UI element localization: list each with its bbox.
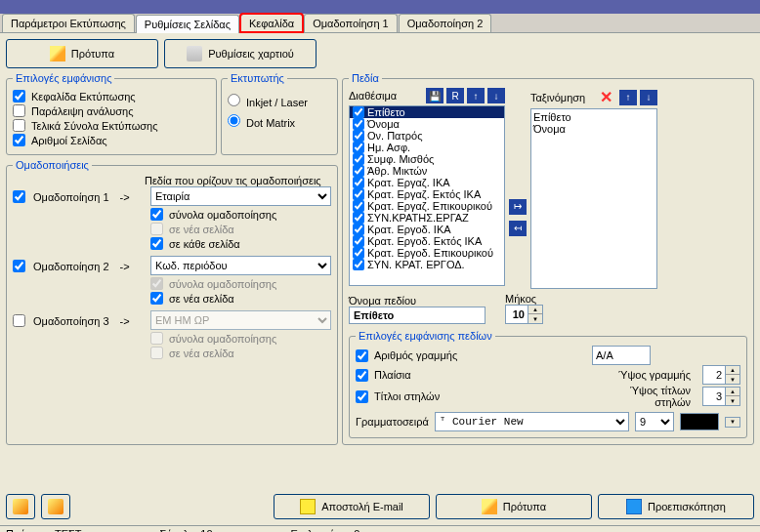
chk-frames[interactable]: Πλαίσια: [356, 369, 580, 382]
side-button-1[interactable]: [6, 494, 35, 519]
sort-label: Ταξινόμηση: [530, 92, 585, 103]
paper-settings-button[interactable]: Ρυθμίσεις χαρτιού: [164, 39, 317, 68]
chk-g3-newpage: σε νέα σελίδα: [150, 347, 331, 359]
title-height-spinner[interactable]: ▲▼: [702, 387, 740, 406]
chk-print-header[interactable]: Κεφαλίδα Εκτύπωσης: [13, 90, 210, 102]
status-selected: Επιλεγμένοι: 0: [291, 528, 360, 532]
available-item[interactable]: Κρατ. Εργοδ. Εκτός ΙΚΑ: [350, 235, 504, 247]
template-icon: [50, 46, 65, 61]
chk-group-2[interactable]: Ομαδοποίηση 2 ->: [13, 260, 145, 272]
chk-group-1[interactable]: Ομαδοποίηση 1 ->: [13, 190, 145, 203]
chk-skip-analysis[interactable]: Παράλειψη ανάλυσης: [13, 104, 210, 117]
available-listbox[interactable]: Επίθετο Όνομα Ον. Πατρός Ημ. Ασφ. Συμφ. …: [349, 105, 505, 286]
select-group-1[interactable]: Εταιρία: [150, 186, 331, 206]
tab-header[interactable]: Κεφαλίδα: [240, 14, 303, 32]
templates-button[interactable]: Πρότυπα: [6, 39, 158, 68]
preview-button[interactable]: Προεπισκόπηση: [598, 494, 754, 519]
available-item[interactable]: Επίθετο: [350, 106, 504, 118]
move-left-icon[interactable]: ↤: [509, 221, 527, 236]
chk-g1-everypage[interactable]: σε κάθε σελίδα: [150, 237, 331, 250]
chk-col-titles[interactable]: Τίτλοι στηλών: [356, 390, 580, 403]
chk-g2-totals: σύνολα ομαδοποίησης: [150, 277, 331, 290]
chk-page-numbers[interactable]: Αριθμοί Σελίδας: [13, 134, 210, 146]
sort-item[interactable]: Όνομα: [533, 123, 654, 135]
length-label: Μήκος: [505, 293, 543, 305]
chk-group-3[interactable]: Ομαδοποίηση 3 ->: [13, 314, 145, 327]
avail-rec-icon[interactable]: R: [446, 88, 464, 103]
sort-item[interactable]: Επίθετο: [533, 111, 654, 123]
available-item[interactable]: ΣΥΝ.ΚΡΑΤΗΣ.ΕΡΓΑΖ: [350, 212, 504, 224]
available-item[interactable]: Ον. Πατρός: [350, 130, 504, 142]
chk-row-number[interactable]: Αριθμός γραμμής: [356, 349, 580, 362]
available-item[interactable]: Κρατ. Εργαζ. Επικουρικού: [350, 200, 504, 212]
fields-fieldset: Πεδία Διαθέσιμα 💾 R ↑ ↓ Επίθετο Όνομα Ον…: [342, 72, 754, 445]
display-options-fieldset: Επιλογές εμφάνισης Κεφαλίδα Εκτύπωσης Πα…: [6, 72, 217, 155]
font-color-swatch[interactable]: [680, 413, 719, 430]
avail-save-icon[interactable]: 💾: [426, 88, 443, 103]
chk-g1-newpage: σε νέα σελίδα: [150, 223, 331, 235]
printer-fieldset: Εκτυπωτής Inkjet / Laser Dot Matrix: [221, 72, 338, 155]
tab-print-params[interactable]: Παράμετροι Εκτύπωσης: [2, 14, 135, 32]
chk-g3-totals: σύνολα ομαδοποίησης: [150, 332, 331, 345]
font-select[interactable]: ᵀ Courier New: [435, 412, 629, 431]
available-item[interactable]: Συμφ. Μισθός: [350, 153, 504, 165]
avail-up-icon[interactable]: ↑: [467, 88, 485, 103]
sort-up-icon[interactable]: ↑: [619, 90, 637, 105]
status-total: Σύνολο: 10: [160, 528, 213, 532]
grouping-fieldset: Ομαδοποιήσεις Πεδία που ορίζουν τις ομαδ…: [6, 159, 338, 445]
field-display-fieldset: Επιλογές εμφάνισης πεδίων Αριθμός γραμμή…: [349, 330, 747, 438]
sort-listbox[interactable]: ΕπίθετοΌνομα: [530, 108, 657, 289]
row-height-label: Ύψος γραμμής: [618, 369, 691, 381]
status-bar: Πρότυπο: ΤΕΣΤ Σύνολο: 10 Επιλεγμένοι: 0: [0, 525, 760, 532]
screen-icon: [626, 499, 642, 514]
available-item[interactable]: Κρατ. Εργαζ. Εκτός ΙΚΑ: [350, 188, 504, 200]
status-template: Πρότυπο: ΤΕΣΤ: [6, 528, 82, 532]
mail-icon: [300, 499, 316, 514]
length-spinner[interactable]: ▲▼: [505, 305, 543, 324]
grouping-legend: Ομαδοποιήσεις: [13, 159, 92, 171]
tab-bar: Παράμετροι Εκτύπωσης Ρυθμίσεις Σελίδας Κ…: [0, 14, 760, 33]
radio-inkjet[interactable]: Inkjet / Laser: [228, 97, 308, 108]
printer-legend: Εκτυπωτής: [228, 72, 287, 84]
available-item[interactable]: ΣΥΝ. ΚΡΑΤ. ΕΡΓΟΔ.: [350, 259, 504, 270]
sort-down-icon[interactable]: ↓: [640, 90, 657, 105]
chk-g1-totals[interactable]: σύνολα ομαδοποίησης: [150, 208, 331, 221]
select-group-3: ΕΜ ΗΜ ΩΡ: [150, 310, 331, 330]
available-item[interactable]: Κρατ. Εργοδ. Επικουρικού: [350, 247, 504, 259]
templates-button-2[interactable]: Πρότυπα: [436, 494, 592, 519]
available-item[interactable]: Ημ. Ασφ.: [350, 142, 504, 153]
chk-final-totals[interactable]: Τελικά Σύνολα Εκτύπωσης: [13, 119, 210, 132]
font-size-select[interactable]: 9: [635, 412, 674, 431]
radio-dotmatrix[interactable]: Dot Matrix: [228, 117, 295, 129]
fields-legend: Πεδία: [349, 72, 382, 84]
grouping-fields-label: Πεδία που ορίζουν τις ομαδοποιήσεις: [145, 175, 321, 186]
available-item[interactable]: Κρατ. Εργαζ. ΙΚΑ: [350, 177, 504, 188]
side-icon-1: [13, 499, 28, 514]
font-label: Γραμματοσειρά: [356, 416, 429, 428]
paper-icon: [187, 46, 202, 61]
tab-page-settings[interactable]: Ρυθμίσεις Σελίδας: [136, 15, 239, 33]
template-icon-2: [482, 499, 497, 514]
field-name-input[interactable]: Επίθετο: [349, 307, 486, 324]
tab-grouping-1[interactable]: Ομαδοποίηση 1: [304, 14, 398, 32]
display-options-legend: Επιλογές εμφάνισης: [13, 72, 114, 84]
row-number-input[interactable]: [592, 346, 651, 365]
side-button-2[interactable]: [41, 494, 70, 519]
title-height-label: Ύψος τίτλων στηλών: [630, 385, 691, 408]
move-right-icon[interactable]: ↦: [509, 199, 527, 215]
available-item[interactable]: Άθρ. Μικτών: [350, 165, 504, 177]
email-button[interactable]: Αποστολή E-mail: [274, 494, 430, 519]
delete-sort-icon[interactable]: ✕: [596, 88, 616, 106]
row-height-spinner[interactable]: ▲▼: [702, 365, 740, 385]
available-item[interactable]: Όνομα: [350, 118, 504, 130]
side-icon-2: [48, 499, 63, 514]
available-item[interactable]: Κρατ. Εργοδ. ΙΚΑ: [350, 224, 504, 235]
tab-grouping-2[interactable]: Ομαδοποίηση 2: [399, 14, 492, 32]
field-display-legend: Επιλογές εμφάνισης πεδίων: [356, 330, 495, 342]
select-group-2[interactable]: Κωδ. περιόδου: [150, 256, 331, 275]
chk-g2-newpage[interactable]: σε νέα σελίδα: [150, 292, 331, 305]
field-name-label: Όνομα πεδίου: [349, 295, 486, 307]
available-label: Διαθέσιμα: [349, 90, 397, 102]
avail-down-icon[interactable]: ↓: [487, 88, 505, 103]
